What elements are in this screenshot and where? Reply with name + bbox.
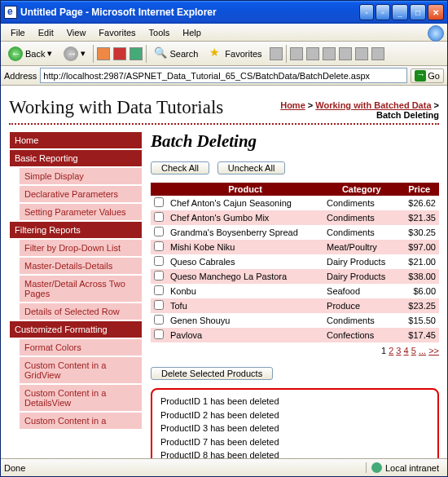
go-icon [415, 70, 426, 82]
menu-file[interactable]: File [4, 26, 32, 39]
nav-item[interactable]: Custom Content in a GridView [19, 356, 143, 384]
nav-item[interactable]: Setting Parameter Values [19, 203, 143, 221]
page-content: Working with Data Tutorials Home > Worki… [1, 86, 447, 458]
print-icon[interactable] [306, 47, 319, 60]
history-icon[interactable] [270, 47, 283, 60]
cell-category: Seafood [323, 284, 399, 298]
cell-price: $26.62 [399, 196, 439, 210]
menu-view[interactable]: View [60, 26, 93, 39]
restore-extra-button[interactable]: ▫ [376, 4, 390, 20]
row-checkbox[interactable] [154, 300, 164, 310]
statusbar: Done Local intranet [1, 458, 447, 476]
stop-icon[interactable] [97, 47, 110, 60]
cell-price: $23.25 [399, 298, 439, 313]
status-text: Done [4, 463, 333, 473]
refresh-icon[interactable] [113, 47, 126, 60]
address-input[interactable] [40, 68, 407, 83]
research-icon[interactable] [355, 47, 368, 60]
home-icon[interactable] [130, 47, 143, 60]
row-checkbox[interactable] [154, 285, 164, 295]
row-checkbox[interactable] [154, 212, 164, 222]
edit-icon[interactable] [323, 47, 336, 60]
pager-5[interactable]: 5 [411, 346, 416, 356]
nav-item[interactable]: Format Colors [19, 338, 143, 356]
col-price: Price [399, 183, 439, 196]
cell-price: $21.00 [399, 254, 439, 269]
cell-category: Confections [323, 328, 399, 342]
col-product: Product [167, 183, 323, 196]
nav-category[interactable]: Home [9, 131, 143, 149]
nav-item[interactable]: Declarative Parameters [19, 185, 143, 203]
breadcrumb-home[interactable]: Home [280, 100, 305, 110]
row-checkbox[interactable] [154, 271, 164, 280]
check-all-button[interactable]: Check All [151, 161, 209, 174]
cell-price: $15.50 [399, 313, 439, 328]
zone-indicator: Local intranet [366, 462, 444, 473]
close-button[interactable]: ✕ [428, 4, 444, 20]
breadcrumb-section[interactable]: Working with Batched Data [315, 100, 431, 110]
row-checkbox[interactable] [154, 241, 164, 251]
mail-icon[interactable] [290, 47, 303, 60]
uncheck-all-button[interactable]: Uncheck All [217, 161, 285, 174]
table-row: PavlovaConfections$17.45 [151, 328, 439, 342]
nav-category[interactable]: Customized Formatting [9, 320, 143, 338]
help-extra-button[interactable]: ◦ [359, 4, 374, 20]
nav-item[interactable]: Custom Content in a [19, 412, 143, 430]
discuss-icon[interactable] [339, 47, 352, 60]
maximize-button[interactable]: □ [410, 4, 426, 20]
cell-price: $21.35 [399, 210, 439, 225]
cell-price: $6.00 [399, 284, 439, 298]
nav-category[interactable]: Basic Reporting [9, 149, 143, 167]
cell-category: Condiments [323, 210, 399, 225]
pager-4[interactable]: 4 [404, 346, 409, 356]
titlebar[interactable]: Untitled Page - Microsoft Internet Explo… [1, 1, 447, 24]
delete-selected-button[interactable]: Delete Selected Products [151, 367, 273, 380]
nav-item[interactable]: Details of Selected Row [19, 303, 143, 320]
pager-3[interactable]: 3 [396, 346, 401, 356]
address-label: Address [4, 71, 37, 81]
table-row: KonbuSeafood$6.00 [151, 284, 439, 298]
cell-product: Queso Manchego La Pastora [167, 269, 323, 284]
menu-edit[interactable]: Edit [32, 26, 60, 39]
table-row: TofuProduce$23.25 [151, 298, 439, 313]
pager-next[interactable]: >> [428, 346, 439, 356]
minimize-button[interactable]: _ [392, 4, 408, 20]
nav-item[interactable]: Filter by Drop-Down List [19, 239, 143, 257]
pager: 1 2 3 4 5 ... >> [151, 342, 439, 359]
pager-dots[interactable]: ... [419, 346, 426, 356]
search-label: Search [169, 49, 198, 59]
back-button[interactable]: Back ▾ [4, 45, 56, 63]
table-row: Chef Anton's Gumbo MixCondiments$21.35 [151, 210, 439, 225]
menu-favorites[interactable]: Favorites [92, 26, 142, 39]
breadcrumb-current: Batch Deleting [280, 110, 439, 120]
row-checkbox[interactable] [154, 197, 164, 207]
nav-item[interactable]: Custom Content in a DetailsView [19, 384, 143, 412]
menu-help[interactable]: Help [176, 26, 208, 39]
row-checkbox[interactable] [154, 329, 164, 339]
nav-item[interactable]: Simple Display [19, 167, 143, 185]
status-message: ProductID 3 has been deleted [160, 422, 429, 435]
forward-button[interactable]: ▾ [59, 45, 90, 63]
favorites-icon [209, 47, 222, 60]
status-message: ProductID 8 has been deleted [160, 448, 429, 458]
nav-item[interactable]: Master-Details-Details [19, 257, 143, 275]
row-checkbox[interactable] [154, 315, 164, 325]
cell-category: Condiments [323, 196, 399, 210]
messenger-icon[interactable] [371, 47, 384, 60]
row-checkbox[interactable] [154, 256, 164, 266]
back-icon [8, 46, 23, 61]
nav-item[interactable]: Master/Detail Across Two Pages [19, 275, 143, 303]
cell-product: Mishi Kobe Niku [167, 240, 323, 254]
row-checkbox[interactable] [154, 227, 164, 236]
nav-category[interactable]: Filtering Reports [9, 221, 143, 239]
table-row: Chef Anton's Cajun SeasoningCondiments$2… [151, 196, 439, 210]
cell-price: $38.00 [399, 269, 439, 284]
window-title: Untitled Page - Microsoft Internet Explo… [20, 7, 359, 18]
favorites-button[interactable]: Favorites [205, 46, 266, 62]
table-row: Mishi Kobe NikuMeat/Poultry$97.00 [151, 240, 439, 254]
pager-2[interactable]: 2 [389, 346, 393, 356]
go-button[interactable]: Go [411, 68, 444, 83]
pager-1: 1 [381, 346, 386, 356]
menu-tools[interactable]: Tools [143, 26, 177, 39]
search-button[interactable]: Search [150, 46, 202, 62]
